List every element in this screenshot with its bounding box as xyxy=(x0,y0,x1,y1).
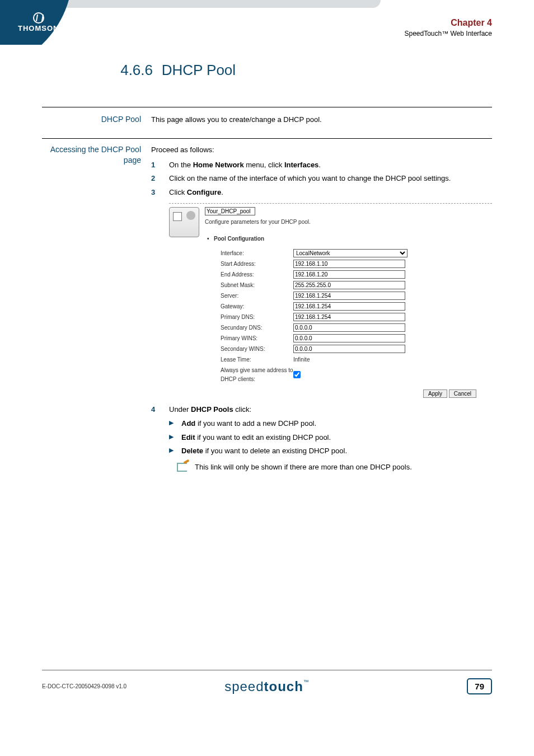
secondary-dns-input[interactable] xyxy=(293,323,405,332)
row-server: Server: xyxy=(221,292,492,300)
access-label: Accessing the DHCP Pool page xyxy=(42,144,151,473)
subnet-mask-input[interactable] xyxy=(293,281,405,289)
note-icon xyxy=(177,462,188,473)
intro-text: This page allows you to create/change a … xyxy=(151,114,492,126)
pool-subtitle: Configure parameters for your DHCP pool. xyxy=(205,218,492,227)
row-start-address: Start Address: xyxy=(221,260,492,269)
row-gateway: Gateway: xyxy=(221,302,492,311)
section-heading: 4.6.6 DHCP Pool xyxy=(42,62,492,79)
step-2: 2 Click on the name of the interface of … xyxy=(151,173,492,185)
always-same-checkbox[interactable] xyxy=(293,371,301,378)
row-lease-time: Lease Time: Infinite xyxy=(221,355,492,364)
end-address-input[interactable] xyxy=(293,270,405,279)
gateway-input[interactable] xyxy=(293,302,405,311)
row-subnet-mask: Subnet Mask: xyxy=(221,281,492,290)
start-address-input[interactable] xyxy=(293,260,405,268)
interface-select[interactable]: LocalNetwork xyxy=(293,249,407,257)
sub-add: ▶ Add if you want to add a new DCHP pool… xyxy=(169,418,492,430)
step-number: 4 xyxy=(151,404,169,416)
document-id: E-DOC-CTC-20050429-0098 v1.0 xyxy=(42,683,127,689)
page-footer: E-DOC-CTC-20050429-0098 v1.0 speedtouch™… xyxy=(42,670,492,694)
note-text: This link will only be shown if there ar… xyxy=(195,462,412,473)
lease-time-value: Infinite xyxy=(293,355,310,364)
step-text: On the Home Network menu, click Interfac… xyxy=(169,159,492,171)
row-interface: Interface: LocalNetwork xyxy=(221,249,492,258)
row-primary-dns: Primary DNS: xyxy=(221,313,492,322)
secondary-wins-input[interactable] xyxy=(293,345,405,353)
bullet-arrow-icon: ▶ xyxy=(169,445,181,457)
step-number: 3 xyxy=(151,187,169,199)
pool-graphic-icon xyxy=(169,207,199,237)
apply-button[interactable]: Apply xyxy=(423,389,447,398)
pool-config-header: Pool Configuration xyxy=(214,234,492,243)
thomson-logo: THOMSON xyxy=(18,12,59,32)
page-header-right: Chapter 4 SpeedTouch™ Web Interface xyxy=(404,17,492,39)
step-text: Click on the name of the interface of wh… xyxy=(169,173,492,185)
section-title: DHCP Pool xyxy=(162,62,236,79)
speedtouch-logo: speedtouch™ xyxy=(224,679,310,694)
step-text: Under DHCP Pools click: xyxy=(169,404,492,416)
row-end-address: End Address: xyxy=(221,270,492,279)
row-secondary-dns: Secundary DNS: xyxy=(221,323,492,332)
step-number: 2 xyxy=(151,173,169,185)
thomson-logo-text: THOMSON xyxy=(18,24,59,32)
bullet-arrow-icon: ▶ xyxy=(169,418,181,430)
row-always-same: Always give same address to DHCP clients… xyxy=(221,366,492,384)
step-text: Click Configure. xyxy=(169,187,492,199)
primary-dns-input[interactable] xyxy=(293,313,405,321)
row-primary-wins: Primary WINS: xyxy=(221,334,492,343)
step-4: 4 Under DHCP Pools click: xyxy=(151,404,492,416)
step-3: 3 Click Configure. xyxy=(151,187,492,199)
server-input[interactable] xyxy=(293,292,405,300)
thomson-logo-icon xyxy=(33,12,44,24)
step-number: 1 xyxy=(151,159,169,171)
page-number: 79 xyxy=(467,678,492,694)
dhcp-pool-screenshot: Configure parameters for your DHCP pool.… xyxy=(169,203,492,398)
pool-name-input[interactable] xyxy=(205,207,255,215)
cancel-button[interactable]: Cancel xyxy=(449,389,476,398)
step-1: 1 On the Home Network menu, click Interf… xyxy=(151,159,492,171)
sub-delete: ▶ Delete if you want to delete an existi… xyxy=(169,445,492,457)
sub-edit: ▶ Edit if you want to edit an existing D… xyxy=(169,432,492,444)
row-secondary-wins: Secondary WINS: xyxy=(221,345,492,354)
primary-wins-input[interactable] xyxy=(293,334,405,342)
note-row: This link will only be shown if there ar… xyxy=(177,462,492,473)
chapter-title: Chapter 4 xyxy=(404,17,492,29)
bullet-arrow-icon: ▶ xyxy=(169,432,181,444)
section-number: 4.6.6 xyxy=(42,62,160,79)
intro-label: DHCP Pool xyxy=(42,114,151,126)
access-lead: Proceed as follows: xyxy=(151,144,492,156)
chapter-subtitle: SpeedTouch™ Web Interface xyxy=(404,29,492,39)
